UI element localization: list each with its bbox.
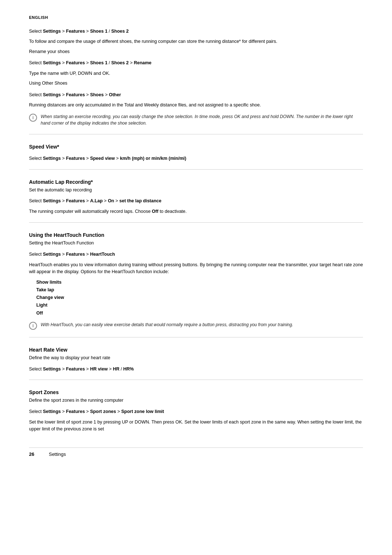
sub-auto-lap: Set the automatic lap recording (29, 187, 363, 194)
body-type-name: Type the name with UP, DOWN and OK. (29, 70, 363, 77)
info-text-hearttouch: With HeartTouch, you can easily view exe… (41, 321, 293, 328)
info-box-hearttouch: i With HeartTouch, you can easily view e… (29, 321, 363, 330)
list-item: Light (36, 301, 363, 309)
body-running-distances: Running distances are only accumulated i… (29, 102, 363, 109)
divider-2 (29, 169, 363, 170)
nav-sport-zones: Select Settings > Features > Sport zones… (29, 408, 363, 415)
divider-1 (29, 134, 363, 134)
list-item: Change view (36, 294, 363, 301)
sub-hr-view: Define the way to display your heart rat… (29, 355, 363, 361)
info-icon-shoe: i (29, 114, 37, 122)
body-auto-lap: The running computer will automatically … (29, 208, 363, 215)
heading-auto-lap: Automatic Lap Recording* (29, 178, 363, 186)
divider-4 (29, 337, 363, 337)
list-item: Show limits (36, 279, 363, 286)
body-rename-label: Rename your shoes (29, 48, 363, 55)
info-text-shoe: When starting an exercise recording, you… (41, 113, 363, 127)
info-box-shoe-selection: i When starting an exercise recording, y… (29, 113, 363, 127)
info-icon-hearttouch: i (29, 322, 37, 330)
sub-hearttouch: Setting the HeartTouch Function (29, 240, 363, 247)
footer-page: 26 (29, 451, 34, 458)
body-sport-zones: Set the lower limit of sport zone 1 by p… (29, 419, 363, 433)
divider-3 (29, 222, 363, 223)
nav-other-shoes: Select Settings > Features > Shoes > Oth… (29, 92, 363, 98)
body-hearttouch: HeartTouch enables you to view informati… (29, 262, 363, 276)
nav-auto-lap: Select Settings > Features > A.Lap > On … (29, 198, 363, 204)
nav-shoes-1-2: Select Settings > Features > Shoes 1 / S… (29, 28, 363, 35)
heading-speed-view: Speed View* (29, 143, 363, 151)
heading-hr-view: Heart Rate View (29, 346, 363, 354)
sub-sport-zones: Define the sport zones in the running co… (29, 397, 363, 404)
footer-section-label: Settings (49, 451, 66, 458)
body-shoes-intro: To follow and compare the usage of diffe… (29, 38, 363, 45)
footer-bar: 26 Settings (29, 447, 363, 458)
list-item: Off (36, 309, 363, 317)
nav-rename: Select Settings > Features > Shoes 1 / S… (29, 60, 363, 66)
nav-speed-view: Select Settings > Features > Speed view … (29, 155, 363, 162)
body-using-other: Using Other Shoes (29, 80, 363, 87)
heading-sport-zones: Sport Zones (29, 389, 363, 396)
list-item: Take lap (36, 286, 363, 294)
heading-hearttouch: Using the HeartTouch Function (29, 231, 363, 239)
nav-hr-view: Select Settings > Features > HR view > H… (29, 366, 363, 373)
nav-hearttouch: Select Settings > Features > HeartTouch (29, 251, 363, 258)
language-label: ENGLISH (29, 15, 363, 21)
divider-5 (29, 380, 363, 380)
hearttouch-list: Show limits Take lap Change view Light O… (36, 279, 363, 317)
